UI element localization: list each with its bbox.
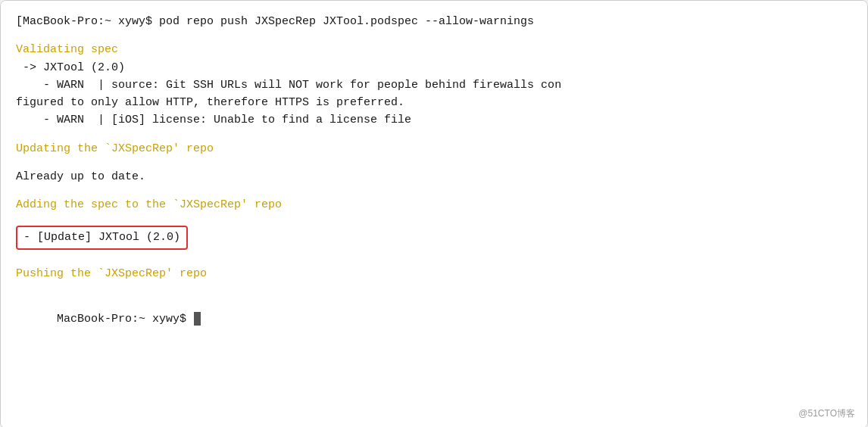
pushing-repo-label: Pushing the `JXSpecRep' repo [16,265,852,282]
spacer-1 [16,30,852,41]
warn-line-1-cont: figured to only allow HTTP, therefore HT… [16,94,852,111]
spacer-5 [16,214,852,224]
spacer-3 [16,157,852,168]
highlight-line: - [Update] JXTool (2.0) [16,224,852,254]
command-line: [MacBook-Pro:~ xywy$ pod repo push JXSpe… [16,13,852,30]
updating-repo-label: Updating the `JXSpecRep' repo [16,140,852,157]
adding-spec-label: Adding the spec to the `JXSpecRep' repo [16,196,852,214]
spacer-6 [16,254,852,265]
terminal-body: [MacBook-Pro:~ xywy$ pod repo push JXSpe… [1,1,867,427]
arrow-jxtool-line: -> JXTool (2.0) [16,59,852,76]
already-up-to-date: Already up to date. [16,168,852,185]
watermark-label: @51CTO博客 [798,407,855,420]
spacer-7 [16,282,852,293]
spacer-2 [16,129,852,140]
update-badge: - [Update] JXTool (2.0) [16,226,188,249]
final-prompt[interactable]: MacBook-Pro:~ xywy$ [16,293,852,346]
spacer-4 [16,185,852,196]
terminal-window: [MacBook-Pro:~ xywy$ pod repo push JXSpe… [0,0,868,427]
validating-spec-label: Validating spec [16,41,852,58]
warn-line-2: - WARN | [iOS] license: Unable to find a… [16,111,852,129]
warn-line-1: - WARN | source: Git SSH URLs will NOT w… [16,76,852,94]
cursor-blink [194,312,201,326]
